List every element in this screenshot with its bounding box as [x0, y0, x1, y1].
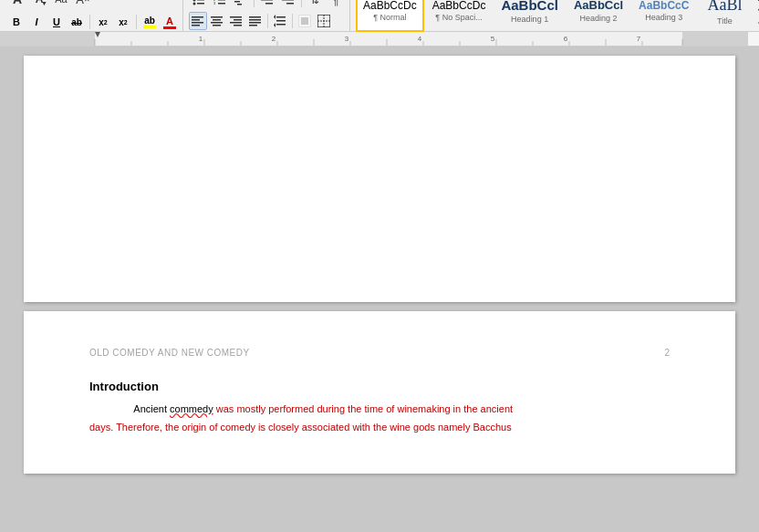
- body-text-pre: Ancient: [133, 403, 170, 414]
- svg-rect-31: [213, 25, 221, 26]
- style-h1-btn[interactable]: AaBbCcl Heading 1: [494, 0, 566, 32]
- svg-rect-18: [261, 0, 273, 1]
- borders-btn[interactable]: [315, 12, 333, 30]
- list-row: 1 2 3: [189, 0, 346, 10]
- body-text-2: days. Therefore, the origin of comedy is…: [89, 422, 512, 433]
- body-text-post: was mostly performed during the time of …: [213, 403, 513, 414]
- svg-rect-42: [276, 16, 286, 18]
- multilevel-list-btn[interactable]: [231, 0, 251, 10]
- styles-up-btn[interactable]: ▲: [753, 0, 759, 5]
- svg-rect-35: [234, 25, 242, 26]
- style-title-btn[interactable]: AaBl Title: [697, 0, 752, 32]
- style-title-label: Title: [717, 16, 733, 26]
- svg-rect-23: [286, 3, 294, 5]
- styles-more-btn[interactable]: ▾: [753, 17, 759, 30]
- sep4: [301, 0, 302, 7]
- svg-marker-40: [274, 15, 276, 19]
- page-2-content: OLD COMEDY AND NEW COMEDY 2 Introduction…: [24, 311, 735, 474]
- align-row: [189, 12, 346, 30]
- italic-btn[interactable]: I: [27, 13, 46, 31]
- style-h2-label: Heading 2: [579, 14, 617, 23]
- justify-btn[interactable]: [246, 12, 265, 30]
- font-grow-btn[interactable]: A▲: [7, 0, 27, 9]
- svg-rect-30: [211, 22, 223, 24]
- svg-marker-41: [274, 23, 276, 27]
- align-left-btn[interactable]: [189, 12, 207, 30]
- svg-rect-47: [301, 17, 308, 25]
- svg-text:3: 3: [345, 35, 349, 43]
- page-number: 2: [664, 348, 670, 358]
- bold-btn[interactable]: B: [7, 13, 26, 31]
- style-h2-preview: AaBbCcl: [574, 0, 623, 13]
- svg-rect-3: [197, 0, 204, 1]
- align-center-btn[interactable]: [208, 12, 226, 30]
- highlight-btn[interactable]: ab: [140, 13, 159, 31]
- svg-rect-29: [213, 19, 221, 21]
- sort-btn[interactable]: ⇅: [305, 0, 325, 10]
- styles-scroll: ▲ ▼ ▾: [753, 0, 759, 32]
- svg-rect-38: [249, 22, 261, 24]
- svg-rect-53: [682, 32, 748, 47]
- svg-rect-39: [249, 25, 257, 26]
- font-case-btn[interactable]: Aa: [51, 0, 71, 9]
- body-paragraph: Ancient commedy was mostly performed dur…: [89, 401, 670, 419]
- svg-rect-11: [218, 3, 225, 5]
- svg-rect-52: [0, 32, 95, 47]
- ruler: 1 2 3 4 5 6 7: [0, 32, 759, 47]
- superscript-btn[interactable]: x2: [114, 13, 132, 31]
- ruler-svg: 1 2 3 4 5 6 7: [0, 32, 748, 47]
- ribbon-row1: A▲ A▼ Aa A✕ B I U ab x2 x2: [0, 2, 759, 31]
- borders-icon: [317, 15, 330, 27]
- svg-rect-25: [192, 19, 200, 21]
- style-normal-preview: AaBbCcDc: [363, 0, 417, 12]
- numbered-list-btn[interactable]: 1 2 3: [210, 0, 230, 10]
- bullets-icon: [192, 0, 205, 6]
- decrease-indent-btn[interactable]: [257, 0, 277, 10]
- svg-rect-32: [230, 16, 242, 18]
- font-clear-btn[interactable]: A✕: [73, 0, 93, 9]
- document-area: OLD COMEDY AND NEW COMEDY 2 Introduction…: [0, 47, 759, 496]
- svg-rect-5: [197, 3, 204, 5]
- align-right-btn[interactable]: [227, 12, 245, 30]
- sep2: [136, 15, 137, 29]
- styles-down-btn[interactable]: ▼: [753, 5, 759, 17]
- show-para-btn[interactable]: ¶: [326, 0, 346, 10]
- underline-btn[interactable]: U: [47, 13, 66, 31]
- style-nospace-label: ¶ No Spaci...: [435, 13, 482, 22]
- body-paragraph-2: days. Therefore, the origin of comedy is…: [89, 419, 670, 437]
- section-heading: Introduction: [89, 380, 670, 393]
- svg-text:5: 5: [491, 35, 495, 43]
- svg-rect-43: [276, 20, 286, 22]
- style-nospace-btn[interactable]: AaBbCcDc ¶ No Spaci...: [425, 0, 494, 32]
- svg-text:4: 4: [418, 35, 422, 43]
- bullets-btn[interactable]: [189, 0, 209, 10]
- svg-point-2: [193, 0, 196, 2]
- font-shrink-btn[interactable]: A▼: [29, 0, 49, 9]
- style-h3-btn[interactable]: AaBbCcC Heading 3: [631, 0, 696, 32]
- svg-rect-14: [234, 1, 240, 3]
- numbered-icon: 1 2 3: [213, 0, 226, 6]
- style-normal-label: ¶ Normal: [373, 13, 406, 22]
- svg-text:6: 6: [564, 35, 568, 43]
- svg-text:2: 2: [272, 35, 276, 43]
- increase-indent-btn[interactable]: [278, 0, 298, 10]
- subscript-btn[interactable]: x2: [94, 13, 112, 31]
- increase-indent-icon: [282, 0, 295, 6]
- page-2[interactable]: OLD COMEDY AND NEW COMEDY 2 Introduction…: [24, 311, 735, 474]
- styles-row: AaBbCcDc ¶ Normal AaBbCcDc ¶ No Spaci...…: [352, 0, 759, 34]
- style-h2-btn[interactable]: AaBbCcl Heading 2: [567, 0, 630, 32]
- line-spacing-btn[interactable]: [271, 12, 289, 30]
- svg-rect-27: [192, 25, 200, 26]
- svg-rect-34: [230, 22, 242, 24]
- font-color-btn[interactable]: A: [161, 13, 179, 31]
- shading-btn[interactable]: [296, 12, 314, 30]
- multilevel-icon: [234, 0, 247, 6]
- strikethrough-btn[interactable]: ab: [68, 13, 86, 31]
- sep3: [254, 0, 255, 7]
- style-nospace-preview: AaBbCcDc: [432, 0, 486, 12]
- style-normal-btn[interactable]: AaBbCcDc ¶ Normal: [356, 0, 424, 32]
- svg-point-4: [193, 3, 196, 5]
- svg-rect-33: [234, 19, 242, 21]
- misspelled-word: commedy: [170, 403, 213, 414]
- svg-rect-22: [282, 0, 294, 1]
